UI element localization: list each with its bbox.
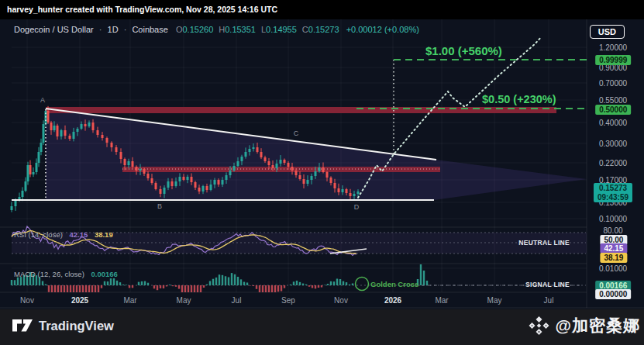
time-axis-label: Mar: [123, 296, 136, 305]
ohlc-key: C: [302, 25, 308, 34]
breakout-projection-path: [358, 36, 542, 198]
legend-separator: ·: [124, 25, 127, 34]
exchange-label: Coinbase: [132, 25, 167, 34]
price-axis-label: 80.00: [587, 226, 639, 235]
resistance-zones: [46, 107, 556, 172]
golden-cross-circle: [356, 278, 369, 291]
time-axis-label: Nov: [334, 296, 348, 305]
time-axis-label: Nov: [20, 296, 34, 305]
symbol-legend[interactable]: Dogecoin / US Dollar · 1D · Coinbase O0.…: [14, 25, 419, 34]
macd-title: MACD (12, 26, close): [14, 270, 84, 278]
pane-separators: [0, 19, 644, 308]
price-axis-label: 0.70000: [587, 79, 639, 88]
price-axis-label: 0.55000: [587, 96, 639, 105]
attribution-bar: harvey_hunter created with TradingView.c…: [0, 0, 644, 19]
pattern-letter-c: C: [294, 129, 299, 137]
price-axis-label: 0.10000: [587, 215, 639, 223]
price-axis-label: 0.40000: [587, 119, 639, 127]
time-axis-label: 2026: [384, 296, 401, 305]
time-axis-label: Jul: [232, 296, 242, 305]
price-axis[interactable]: 1.200000.900000.700000.550000.400000.300…: [587, 19, 644, 308]
tradingview-brand-text: TradingView: [39, 319, 114, 333]
gridlines: [12, 19, 587, 292]
ohlc-value: 0.15351: [225, 25, 256, 34]
rsi-legend[interactable]: RSI (14, close) 42.15 38.19: [14, 230, 113, 239]
trendlines[interactable]: [12, 60, 436, 200]
target-1-label: $1.00 (+560%): [425, 44, 502, 57]
ohlc-value: 0.15273: [308, 25, 339, 34]
ohlc-value: 0.14955: [266, 25, 297, 34]
price-axis-label: 1.20000: [587, 43, 639, 52]
triangle-pattern-fill: [46, 109, 587, 200]
rsi-value: 42.15: [69, 230, 88, 239]
time-axis-label: May: [487, 296, 502, 305]
tradingview-chart-window: harvey_hunter created with TradingView.c…: [0, 0, 644, 345]
golden-cross-label: Golden Cross: [370, 280, 418, 288]
price-axis-badge: 38.19: [600, 253, 627, 264]
diamond-watermark-icon: [527, 315, 551, 336]
neutral-line-caption: NEUTRAL LINE: [484, 239, 570, 247]
price-axis-label: 0.30000: [587, 140, 639, 148]
macd-legend[interactable]: MACD (12, 26, close) 0.00166: [14, 270, 118, 278]
watermark-text: @加密桑娜: [556, 315, 640, 336]
time-axis-label: 2025: [71, 296, 88, 305]
price-axis-badge: 0.50000: [595, 105, 631, 116]
time-axis-label: Mar: [435, 296, 448, 305]
interval-label: 1D: [108, 25, 119, 34]
price-axis-label: 0.22000: [587, 159, 639, 167]
tradingview-brand[interactable]: TradingView: [12, 317, 114, 334]
signal-line-caption: SIGNAL LINE: [484, 281, 570, 288]
tradingview-logo-icon: [12, 317, 33, 334]
macd-value: 0.00166: [91, 270, 117, 278]
rsi-ma-value: 38.19: [95, 230, 113, 239]
legend-separator: ·: [99, 25, 102, 34]
price-axis-badge: 0.99999: [595, 55, 631, 66]
time-axis[interactable]: Nov2025MarMayJulSepNov2026MarMayJul: [0, 294, 587, 308]
candlestick-series: [11, 106, 360, 212]
pattern-letter-b: B: [157, 202, 162, 210]
target-2-label: $0.50 (+230%): [482, 93, 556, 105]
footer-bar: TradingView @加密桑娜: [0, 309, 644, 345]
price-axis-label: 0.01000: [587, 264, 639, 273]
symbol-name: Dogecoin / US Dollar: [14, 25, 94, 34]
time-axis-label: Sep: [281, 296, 295, 305]
ohlc-key: H: [219, 25, 225, 34]
pattern-letter-d: D: [354, 203, 360, 211]
watermark: @加密桑娜: [527, 315, 640, 336]
attribution-text: harvey_hunter created with TradingView.c…: [7, 5, 277, 14]
price-axis-badge: 0.00000: [595, 289, 631, 300]
time-axis-label: May: [177, 296, 191, 305]
change-value: +0.00012 (+0.08%): [346, 25, 419, 34]
rsi-title: RSI (14, close): [14, 230, 63, 239]
ohlc-values: O0.15260H0.15351L0.14955C0.15273: [170, 25, 339, 34]
current-price-badge: 0.1527309:43:59: [594, 183, 632, 202]
time-axis-label: Jul: [544, 296, 554, 305]
pattern-letter-a: A: [40, 96, 45, 104]
ohlc-value: 0.15260: [182, 25, 213, 34]
